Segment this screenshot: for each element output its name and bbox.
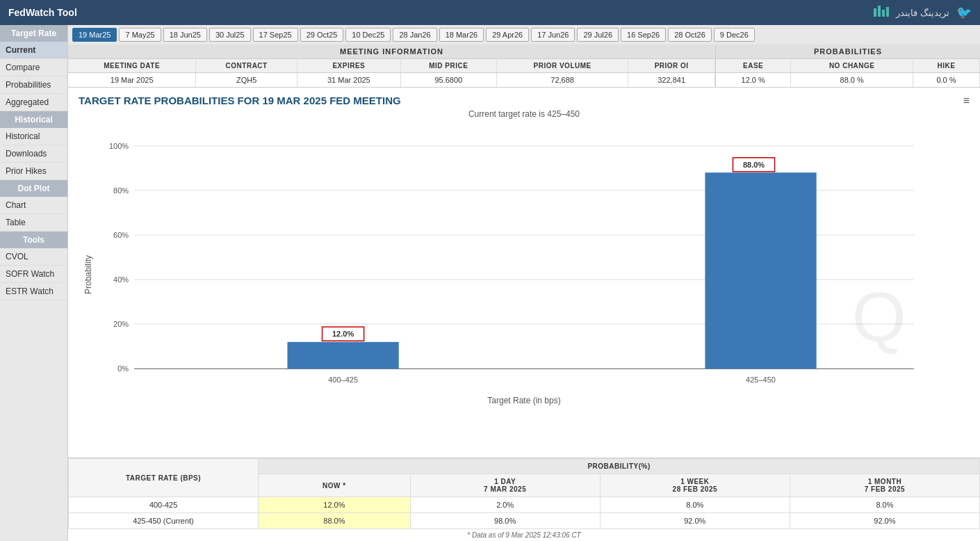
date-tab[interactable]: 28 Jan26 <box>393 28 436 42</box>
cell-1week-1: 8.0% <box>600 497 790 513</box>
footnote: * Data as of 9 Mar 2025 12:43:06 CT <box>68 529 980 541</box>
col-expires: EXPIRES <box>297 59 400 73</box>
sidebar-item-estr-watch[interactable]: ESTR Watch <box>0 283 67 300</box>
date-tab[interactable]: 16 Sep26 <box>621 28 666 42</box>
prob-pct-header: PROBABILITY(%) <box>259 459 980 474</box>
y-tick-20: 20% <box>113 320 129 328</box>
sidebar-item-aggregated[interactable]: Aggregated <box>0 94 67 111</box>
date-tab[interactable]: 7 May25 <box>119 28 161 42</box>
table-row: 400-425 12.0% 2.0% 8.0% 8.0% <box>69 497 980 513</box>
cell-prior-volume: 72,688 <box>496 73 628 88</box>
col-1week: 1 WEEK28 FEB 2025 <box>600 474 790 497</box>
cell-now-2: 88.0% <box>259 513 411 529</box>
date-tab[interactable]: 19 Mar25 <box>72 28 117 42</box>
y-tick-100: 100% <box>109 142 129 150</box>
cell-1month-2: 92.0% <box>790 513 979 529</box>
watermark: Q <box>852 277 906 355</box>
sidebar-item-cvol[interactable]: CVOL <box>0 248 67 266</box>
twitter-icon[interactable]: 🐦 <box>956 5 972 20</box>
sidebar-item-prior-hikes[interactable]: Prior Hikes <box>0 163 67 180</box>
bar-chart: Probability 100% 80% 60% 40% 20% <box>79 122 970 428</box>
bar-425-450 <box>705 172 816 369</box>
topbar-right: تریدینگ فایندر 🐦 <box>872 3 972 22</box>
bar1-annotation: 12.0% <box>332 330 354 338</box>
svg-rect-2 <box>882 10 885 17</box>
meeting-info-header: MEETING INFORMATION <box>68 45 715 59</box>
sidebar-item-chart[interactable]: Chart <box>0 197 67 214</box>
date-tab[interactable]: 18 Mar26 <box>439 28 484 42</box>
sidebar: Target Rate Current Compare Probabilitie… <box>0 25 68 541</box>
cell-ease: 12.0 % <box>716 73 791 88</box>
cell-expires: 31 Mar 2025 <box>297 73 400 88</box>
app-title: FedWatch Tool <box>8 7 77 18</box>
sidebar-tools-header[interactable]: Tools <box>0 232 67 248</box>
meeting-info: MEETING INFORMATION MEETING DATE CONTRAC… <box>68 45 716 87</box>
cell-1month-1: 8.0% <box>790 497 979 513</box>
col-no-change: NO CHANGE <box>791 59 913 73</box>
date-tab[interactable]: 29 Apr26 <box>486 28 529 42</box>
table-row: 425-450 (Current) 88.0% 98.0% 92.0% 92.0… <box>69 513 980 529</box>
col-mid-price: MID PRICE <box>400 59 496 73</box>
date-tab[interactable]: 17 Jun26 <box>531 28 575 42</box>
sidebar-item-table[interactable]: Table <box>0 214 67 232</box>
y-axis-label: Probability <box>83 255 93 294</box>
y-tick-40: 40% <box>113 275 129 284</box>
sidebar-item-probabilities[interactable]: Probabilities <box>0 76 67 94</box>
date-tab[interactable]: 29 Oct25 <box>300 28 344 42</box>
date-tab[interactable]: 17 Sep25 <box>253 28 298 42</box>
meeting-info-table: MEETING DATE CONTRACT EXPIRES MID PRICE … <box>68 59 715 87</box>
cell-now-1: 12.0% <box>259 497 411 513</box>
probability-table: TARGET RATE (BPS) PROBABILITY(%) NOW * 1… <box>68 458 980 529</box>
col-hike: HIKE <box>913 59 980 73</box>
cell-meeting-date: 19 Mar 2025 <box>68 73 196 88</box>
chart-area: TARGET RATE PROBABILITIES FOR 19 MAR 202… <box>68 88 980 458</box>
sidebar-dot-plot-header[interactable]: Dot Plot <box>0 180 67 197</box>
sidebar-historical-header[interactable]: Historical <box>0 111 67 128</box>
cell-mid-price: 95.6800 <box>400 73 496 88</box>
cell-no-change: 88.0 % <box>791 73 913 88</box>
y-tick-60: 60% <box>113 231 129 239</box>
col-1month: 1 MONTH7 FEB 2025 <box>790 474 979 497</box>
cell-rate-2: 425-450 (Current) <box>69 513 259 529</box>
date-tab[interactable]: 30 Jul25 <box>209 28 251 42</box>
sidebar-item-downloads[interactable]: Downloads <box>0 145 67 163</box>
brand-name: تریدینگ فایندر <box>896 8 949 18</box>
svg-rect-0 <box>874 8 876 17</box>
probabilities-header: PROBABILITIES <box>716 45 980 59</box>
date-tab[interactable]: 18 Jun25 <box>163 28 207 42</box>
brand-logo: تریدینگ فایندر <box>872 3 949 22</box>
topbar: FedWatch Tool تریدینگ فایندر 🐦 <box>0 0 980 25</box>
cell-contract: ZQH5 <box>196 73 297 88</box>
sidebar-item-sofr-watch[interactable]: SOFR Watch <box>0 266 67 283</box>
sidebar-item-compare[interactable]: Compare <box>0 59 67 76</box>
cell-1day-2: 98.0% <box>410 513 600 529</box>
col-1day: 1 DAY7 MAR 2025 <box>410 474 600 497</box>
col-target-rate-bps: TARGET RATE (BPS) <box>69 459 259 497</box>
y-tick-80: 80% <box>113 186 129 195</box>
sidebar-item-historical[interactable]: Historical <box>0 128 67 145</box>
sidebar-target-rate-header[interactable]: Target Rate <box>0 25 67 42</box>
bottom-table: TARGET RATE (BPS) PROBABILITY(%) NOW * 1… <box>68 458 980 541</box>
chart-title: TARGET RATE PROBABILITIES FOR 19 MAR 202… <box>79 95 970 106</box>
date-tabs: 19 Mar257 May2518 Jun2530 Jul2517 Sep252… <box>68 25 980 45</box>
bar2-annotation: 88.0% <box>743 161 765 169</box>
cell-1day-1: 2.0% <box>410 497 600 513</box>
col-ease: EASE <box>716 59 791 73</box>
cell-prior-oi: 322,841 <box>628 73 715 88</box>
sidebar-item-current[interactable]: Current <box>0 42 67 59</box>
layout: Target Rate Current Compare Probabilitie… <box>0 25 980 541</box>
svg-rect-1 <box>878 6 881 17</box>
date-tab[interactable]: 9 Dec26 <box>714 28 755 42</box>
x-axis-label: Target Rate (in bps) <box>487 396 560 405</box>
date-tab[interactable]: 28 Oct26 <box>668 28 712 42</box>
chart-menu-icon[interactable]: ≡ <box>963 95 970 107</box>
y-tick-0: 0% <box>117 364 129 373</box>
cell-1week-2: 92.0% <box>600 513 790 529</box>
date-tab[interactable]: 10 Dec25 <box>345 28 391 42</box>
bar-400-425 <box>287 342 398 369</box>
col-now: NOW * <box>259 474 411 497</box>
date-tab[interactable]: 29 Jul26 <box>577 28 619 42</box>
col-contract: CONTRACT <box>196 59 297 73</box>
brand-icon <box>872 3 892 22</box>
main-content: 19 Mar257 May2518 Jun2530 Jul2517 Sep252… <box>68 25 980 541</box>
